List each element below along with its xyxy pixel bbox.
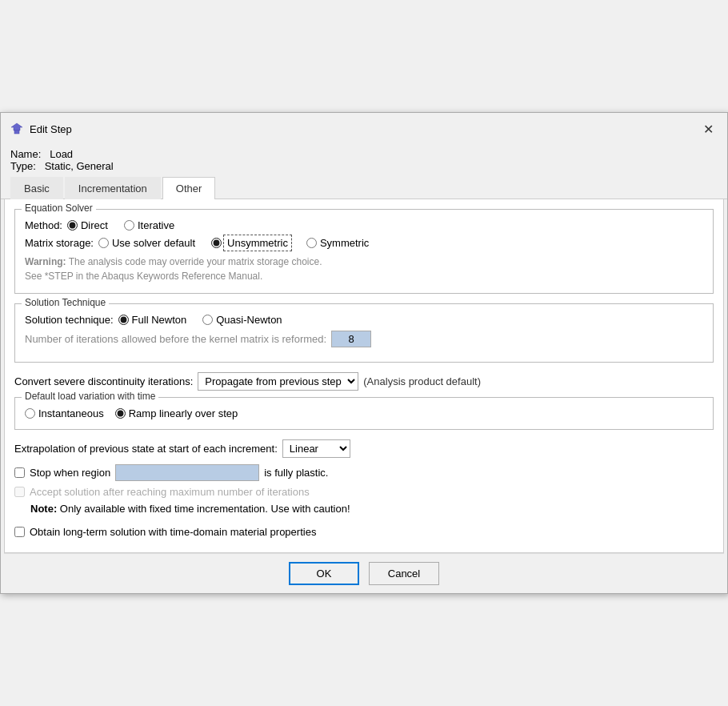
type-label: Type:: [10, 160, 36, 172]
matrix-solver-default-radio[interactable]: [98, 238, 109, 248]
title-bar-left: Edit Step: [10, 122, 72, 135]
matrix-unsymmetric[interactable]: Unsymmetric: [211, 236, 290, 250]
matrix-storage-label: Matrix storage:: [25, 237, 94, 249]
accept-solution-checkbox[interactable]: [14, 487, 25, 497]
solution-technique-content: Solution technique: Full Newton Quasi-Ne…: [25, 314, 703, 347]
warning-line1: The analysis code may override your matr…: [69, 256, 322, 267]
equation-solver-group: Equation Solver Method: Direct Iterative: [14, 209, 714, 294]
note-text: Only available with fixed time increment…: [57, 503, 350, 515]
stop-region-before: Stop when region: [30, 467, 110, 479]
default-load-label: Default load variation with time: [22, 391, 158, 402]
type-value: Static, General: [45, 160, 114, 172]
convert-severe-row: Convert severe discontinuity iterations:…: [14, 372, 714, 391]
tabs-bar: Basic Incrementation Other: [1, 177, 727, 199]
method-label: Method:: [25, 219, 62, 231]
matrix-symmetric-radio[interactable]: [306, 238, 317, 248]
matrix-symmetric[interactable]: Symmetric: [306, 237, 369, 249]
quasi-newton-label: Quasi-Newton: [216, 314, 282, 326]
warning-label: Warning:: [25, 256, 66, 267]
name-row: Name: Load: [10, 148, 718, 160]
iterations-input[interactable]: [331, 331, 371, 347]
close-button[interactable]: ✕: [698, 119, 718, 138]
accept-solution-row: Accept solution after reaching maximum n…: [14, 486, 714, 498]
matrix-symmetric-label: Symmetric: [320, 237, 369, 249]
method-iterative[interactable]: Iterative: [124, 219, 174, 231]
note-row: Note: Only available with fixed time inc…: [14, 503, 714, 515]
matrix-unsymmetric-radio[interactable]: [211, 238, 222, 248]
iterations-label: Number of iterations allowed before the …: [25, 333, 326, 345]
title-bar: Edit Step ✕: [1, 113, 727, 145]
method-iterative-label: Iterative: [138, 219, 174, 231]
iterations-row: Number of iterations allowed before the …: [25, 331, 703, 347]
tab-basic[interactable]: Basic: [10, 177, 63, 199]
edit-step-dialog: Edit Step ✕ Name: Load Type: Static, Gen…: [0, 112, 728, 594]
method-iterative-radio[interactable]: [124, 220, 134, 231]
stop-region-row: Stop when region is fully plastic.: [14, 464, 714, 481]
extrapolation-dropdown[interactable]: Linear Parabolic None: [282, 439, 350, 458]
method-row: Method: Direct Iterative: [25, 219, 703, 231]
technique-radio-group: Full Newton Quasi-Newton: [118, 314, 287, 326]
tab-other[interactable]: Other: [162, 177, 216, 199]
default-load-group: Default load variation with time Instant…: [14, 397, 714, 430]
method-direct-label: Direct: [81, 219, 108, 231]
extrapolation-label: Extrapolation of previous state at start…: [14, 443, 278, 455]
name-value: Load: [50, 148, 73, 160]
method-direct-radio[interactable]: [67, 220, 78, 231]
name-label: Name:: [10, 148, 41, 160]
default-load-radio-group: Instantaneous Ramp linearly over step: [25, 407, 703, 419]
note-bold: Note:: [30, 503, 57, 515]
accept-solution-label: Accept solution after reaching maximum n…: [30, 486, 310, 498]
convert-severe-label: Convert severe discontinuity iterations:: [14, 375, 193, 387]
warning-text: Warning: The analysis code may override …: [25, 255, 703, 283]
stop-region-input[interactable]: [115, 464, 259, 481]
obtain-long-term-checkbox[interactable]: [14, 527, 25, 537]
matrix-radio-group: Use solver default Unsymmetric Symmetric: [98, 236, 374, 250]
instantaneous-option[interactable]: Instantaneous: [25, 407, 104, 419]
technique-quasi-newton[interactable]: Quasi-Newton: [202, 314, 282, 326]
matrix-storage-row: Matrix storage: Use solver default Unsym…: [25, 236, 703, 250]
solution-technique-group: Solution Technique Solution technique: F…: [14, 303, 714, 363]
matrix-unsymmetric-label: Unsymmetric: [225, 236, 290, 250]
stop-region-checkbox[interactable]: [14, 467, 25, 478]
ok-button[interactable]: OK: [289, 562, 359, 585]
ramp-option[interactable]: Ramp linearly over step: [115, 407, 238, 419]
ramp-radio[interactable]: [115, 408, 126, 419]
cancel-button[interactable]: Cancel: [369, 562, 439, 585]
analysis-default-note: (Analysis product default): [363, 375, 481, 387]
svg-rect-1: [14, 130, 19, 134]
instantaneous-label: Instantaneous: [38, 407, 104, 419]
ramp-label: Ramp linearly over step: [129, 407, 238, 419]
stop-region-after: is fully plastic.: [264, 467, 328, 479]
dialog-footer: OK Cancel: [4, 553, 724, 593]
tab-incrementation[interactable]: Incrementation: [65, 177, 161, 199]
method-direct[interactable]: Direct: [67, 219, 108, 231]
technique-row: Solution technique: Full Newton Quasi-Ne…: [25, 314, 703, 326]
quasi-newton-radio[interactable]: [202, 315, 213, 325]
equation-solver-content: Method: Direct Iterative Matrix: [25, 219, 703, 283]
instantaneous-radio[interactable]: [25, 408, 35, 419]
convert-severe-dropdown[interactable]: Propagate from previous step Yes No: [198, 372, 358, 391]
obtain-long-term-label: Obtain long-term solution with time-doma…: [30, 526, 316, 538]
dialog-meta: Name: Load Type: Static, General: [1, 145, 727, 177]
method-radio-group: Direct Iterative: [67, 219, 179, 231]
obtain-long-term-row: Obtain long-term solution with time-doma…: [14, 526, 714, 538]
matrix-solver-default[interactable]: Use solver default: [98, 237, 195, 249]
matrix-solver-default-label: Use solver default: [112, 237, 195, 249]
app-icon: [10, 122, 23, 135]
extrapolation-row: Extrapolation of previous state at start…: [14, 439, 714, 458]
equation-solver-label: Equation Solver: [22, 203, 96, 214]
dialog-content: Equation Solver Method: Direct Iterative: [4, 199, 724, 553]
full-newton-label: Full Newton: [132, 314, 187, 326]
type-row: Type: Static, General: [10, 160, 718, 172]
technique-label: Solution technique:: [25, 314, 114, 326]
solution-technique-label: Solution Technique: [22, 297, 109, 308]
technique-full-newton[interactable]: Full Newton: [118, 314, 187, 326]
warning-line2: See *STEP in the Abaqus Keywords Referen…: [25, 271, 262, 282]
default-load-content: Instantaneous Ramp linearly over step: [25, 407, 703, 419]
svg-marker-0: [11, 123, 22, 130]
full-newton-radio[interactable]: [118, 315, 129, 325]
dialog-title: Edit Step: [30, 123, 72, 135]
